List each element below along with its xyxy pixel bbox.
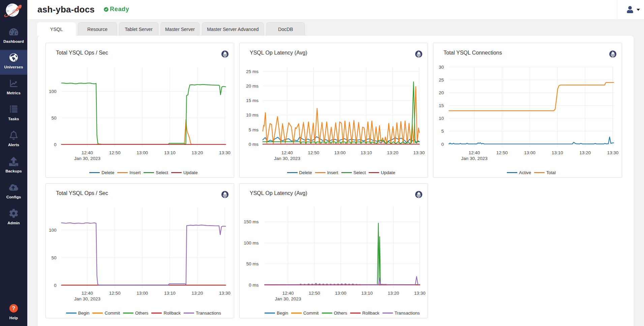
svg-text:50 ms: 50 ms [246, 261, 259, 266]
svg-text:12:50: 12:50 [496, 150, 508, 155]
svg-text:5 ms: 5 ms [249, 127, 259, 132]
svg-text:Jan 30, 2023: Jan 30, 2023 [275, 296, 301, 301]
svg-text:0: 0 [54, 283, 57, 288]
svg-text:13:00: 13:00 [334, 150, 346, 155]
svg-text:25 ms: 25 ms [246, 69, 258, 74]
svg-text:12:50: 12:50 [109, 150, 121, 155]
svg-text:Jan 30, 2023: Jan 30, 2023 [274, 156, 300, 161]
svg-text:12:40: 12:40 [281, 150, 293, 155]
svg-text:50: 50 [51, 116, 56, 121]
svg-text:13:20: 13:20 [579, 150, 591, 155]
svg-text:Jan 30, 2023: Jan 30, 2023 [74, 296, 100, 301]
svg-text:5: 5 [441, 129, 444, 134]
svg-text:13:30: 13:30 [414, 291, 426, 296]
svg-text:13:20: 13:20 [387, 150, 398, 155]
svg-text:13:10: 13:10 [361, 291, 373, 296]
svg-text:0: 0 [54, 142, 57, 147]
svg-text:12:40: 12:40 [282, 291, 294, 296]
svg-text:13:00: 13:00 [335, 291, 346, 296]
svg-text:15: 15 [439, 103, 444, 108]
svg-text:0 ms: 0 ms [249, 142, 259, 147]
svg-text:12:50: 12:50 [309, 291, 320, 296]
svg-text:12:50: 12:50 [109, 291, 121, 296]
svg-text:10: 10 [439, 116, 444, 121]
svg-text:13:30: 13:30 [219, 291, 231, 296]
svg-text:13:10: 13:10 [164, 150, 176, 155]
svg-text:12:40: 12:40 [82, 150, 93, 155]
svg-text:Jan 30, 2023: Jan 30, 2023 [74, 156, 100, 161]
svg-text:12:40: 12:40 [82, 291, 93, 296]
svg-text:0 ms: 0 ms [249, 283, 259, 288]
svg-text:15 ms: 15 ms [246, 98, 258, 103]
svg-text:25: 25 [439, 77, 444, 83]
svg-text:100: 100 [49, 89, 57, 94]
svg-text:13:30: 13:30 [607, 150, 619, 155]
svg-text:50: 50 [51, 255, 56, 260]
svg-text:30: 30 [439, 65, 444, 70]
svg-text:13:10: 13:10 [361, 150, 372, 155]
svg-text:13:00: 13:00 [136, 291, 148, 296]
svg-text:0: 0 [441, 142, 444, 147]
svg-text:100 ms: 100 ms [244, 240, 259, 246]
svg-text:12:50: 12:50 [308, 150, 319, 155]
svg-text:100: 100 [49, 228, 57, 233]
svg-text:13:10: 13:10 [164, 291, 176, 296]
svg-text:13:20: 13:20 [192, 291, 203, 296]
svg-text:13:30: 13:30 [413, 150, 425, 155]
svg-text:20 ms: 20 ms [246, 84, 258, 89]
svg-text:13:00: 13:00 [524, 150, 535, 155]
svg-text:Jan 30, 2023: Jan 30, 2023 [461, 156, 487, 161]
svg-text:150 ms: 150 ms [244, 219, 259, 224]
svg-text:10 ms: 10 ms [246, 112, 258, 118]
svg-text:13:10: 13:10 [552, 150, 563, 155]
svg-text:12:40: 12:40 [469, 150, 480, 155]
svg-text:13:20: 13:20 [192, 150, 203, 155]
svg-text:13:20: 13:20 [388, 291, 399, 296]
svg-text:13:30: 13:30 [219, 150, 231, 155]
svg-text:20: 20 [439, 90, 444, 95]
svg-text:13:00: 13:00 [136, 150, 148, 155]
